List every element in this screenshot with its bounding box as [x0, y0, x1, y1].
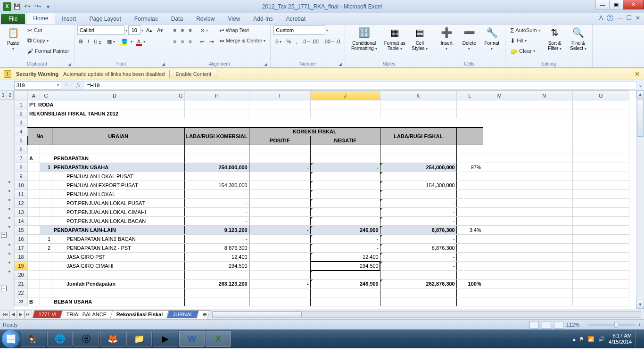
addins-tab[interactable]: Add-Ins — [247, 14, 279, 24]
zoom-slider[interactable] — [588, 324, 636, 326]
taskbar-app-1[interactable]: 🦅 — [21, 331, 46, 347]
home-tab[interactable]: Home — [26, 13, 55, 24]
delete-cells-button[interactable]: ➖Delete▾ — [459, 25, 479, 51]
align-center-icon[interactable]: ≡ — [179, 37, 186, 46]
taskbar-excel[interactable]: X — [206, 331, 231, 347]
font-name-dd-icon[interactable]: ▾ — [125, 28, 127, 33]
enter-formula-icon[interactable]: ✓ — [69, 82, 74, 88]
window-minimize-doc-icon[interactable]: — — [617, 15, 623, 21]
align-left-icon[interactable]: ≡ — [171, 37, 178, 46]
redo-icon[interactable]: ↷▾ — [33, 2, 42, 11]
sheet-nav[interactable]: ⏮◀▶⏭ — [0, 311, 34, 318]
zoom-in-icon[interactable]: + — [638, 322, 641, 328]
undo-icon[interactable]: ↶▾ — [23, 2, 32, 11]
outline-collapse-1[interactable]: − — [1, 232, 7, 238]
number-dialog-icon[interactable]: ◢ — [339, 62, 342, 66]
system-tray[interactable]: ▴ ⚑ 📶 🔊 8:17 AM4/15/2014 — [573, 331, 642, 347]
minimize-ribbon-icon[interactable]: ᐱ — [599, 15, 603, 21]
taskbar-chrome[interactable]: 🌐 — [47, 331, 73, 347]
font-size-input[interactable] — [128, 25, 140, 35]
enable-content-button[interactable]: Enable Content — [169, 70, 217, 78]
scroll-thumb[interactable] — [637, 99, 644, 137]
vertical-scrollbar[interactable]: ▲ ▼ — [636, 90, 644, 309]
start-button[interactable] — [2, 330, 20, 348]
number-format-select[interactable] — [273, 25, 325, 35]
clipboard-dialog-icon[interactable]: ◢ — [68, 62, 71, 66]
sheet-tab-4[interactable]: JURNAL — [166, 310, 199, 318]
align-right-icon[interactable]: ≡ — [187, 37, 193, 46]
clear-button[interactable]: 🧽Clear ▾ — [508, 46, 542, 56]
tray-flag-icon[interactable]: ⚑ — [579, 336, 584, 342]
new-sheet-tab[interactable]: ⊕ — [197, 310, 210, 319]
column-headers[interactable]: ACDG HIJ KLMNO — [15, 91, 629, 100]
font-size-dd-icon[interactable]: ▾ — [141, 28, 143, 33]
underline-button[interactable]: U ▾ — [92, 37, 103, 46]
format-cells-button[interactable]: 🔧Format▾ — [481, 25, 502, 51]
expand-formula-bar-icon[interactable]: ⌄ — [636, 82, 644, 88]
sort-filter-button[interactable]: ⇅Sort & Filter ▾ — [544, 25, 566, 51]
page-break-view-icon[interactable] — [554, 321, 563, 329]
fill-button[interactable]: ⬇Fill ▾ — [508, 36, 542, 45]
worksheet-grid[interactable]: ACDG HIJ KLMNO 1PT. RODA 2REKONSILIASI F… — [14, 90, 644, 309]
decrease-decimal-icon[interactable]: .00→.0 — [322, 37, 342, 46]
border-button[interactable]: ▦ ▾ — [105, 37, 117, 46]
orientation-icon[interactable]: ⤮ ▾ — [198, 25, 210, 35]
increase-decimal-icon[interactable]: .0→.00 — [300, 37, 320, 46]
tray-volume-icon[interactable]: 🔊 — [598, 336, 605, 342]
taskbar-explorer[interactable]: 📁 — [126, 331, 152, 347]
outline-bar[interactable]: 12 − − — [0, 90, 14, 309]
close-button[interactable]: ✕ — [623, 0, 644, 9]
outline-level-1[interactable]: 1 — [0, 90, 7, 99]
show-desktop-button[interactable] — [636, 331, 639, 347]
find-select-button[interactable]: 🔍Find & Select ▾ — [568, 25, 589, 51]
tray-show-hidden-icon[interactable]: ▴ — [573, 336, 576, 342]
alignment-dialog-icon[interactable]: ◢ — [264, 62, 267, 66]
autosum-button[interactable]: ΣAutoSum ▾ — [508, 25, 542, 35]
review-tab[interactable]: Review — [190, 14, 221, 24]
active-cell[interactable]: 234,500 — [310, 262, 380, 271]
restore-button[interactable]: ▣ — [609, 0, 623, 9]
acrobat-tab[interactable]: Acrobat — [280, 14, 312, 24]
taskbar-firefox[interactable]: 🦊 — [100, 331, 125, 347]
percent-format-icon[interactable]: % — [284, 37, 293, 46]
insert-cells-button[interactable]: ➕Insert▾ — [436, 25, 457, 51]
help-icon[interactable]: ? — [607, 15, 613, 21]
window-close-doc-icon[interactable]: ✕ — [636, 15, 640, 21]
sheet-tab-2[interactable]: TRIAL BALANCE — [60, 310, 113, 318]
cut-button[interactable]: ✂Cut — [25, 25, 71, 35]
merge-center-button[interactable]: ⇔Merge & Center ▾ — [217, 36, 268, 45]
tray-network-icon[interactable]: 📶 — [588, 336, 594, 342]
scroll-up-icon[interactable]: ▲ — [636, 90, 644, 99]
taskbar-word[interactable]: W — [179, 331, 205, 347]
wrap-text-button[interactable]: ↩Wrap Text — [217, 25, 268, 35]
outline-level-2[interactable]: 2 — [7, 90, 14, 99]
security-close-icon[interactable]: ✕ — [635, 70, 640, 78]
align-top-icon[interactable]: ≡ — [171, 25, 178, 35]
window-restore-doc-icon[interactable]: ❐ — [627, 15, 632, 21]
outline-collapse-2[interactable]: − — [1, 286, 7, 291]
italic-button[interactable]: I — [86, 37, 91, 46]
select-all-corner[interactable] — [15, 91, 28, 100]
scroll-down-icon[interactable]: ▼ — [636, 301, 644, 309]
sheet-tab-1[interactable]: 1771 VI — [33, 310, 63, 318]
copy-button[interactable]: ⧉Copy ▾ — [25, 36, 71, 45]
formulas-tab[interactable]: Formulas — [128, 14, 165, 24]
fill-color-button[interactable]: 🪣 ▾ — [119, 37, 134, 46]
align-middle-icon[interactable]: ≡ — [179, 25, 186, 35]
minimize-button[interactable]: — — [595, 0, 610, 9]
align-bottom-icon[interactable]: ≡ — [187, 25, 193, 35]
file-tab[interactable]: File — [1, 14, 25, 24]
formula-input[interactable] — [85, 81, 636, 90]
cancel-formula-icon[interactable]: ✕ — [64, 82, 68, 88]
insert-tab[interactable]: Insert — [55, 14, 83, 24]
sheet-tab-3[interactable]: Rekonsiliasi Fiskal — [110, 310, 169, 318]
view-tab[interactable]: View — [222, 14, 247, 24]
excel-icon[interactable]: X — [3, 2, 11, 11]
accounting-format-icon[interactable]: $ ▾ — [273, 37, 283, 46]
font-color-button[interactable]: A ▾ — [135, 37, 147, 46]
tray-clock[interactable]: 8:17 AM4/15/2014 — [609, 333, 632, 345]
format-painter-button[interactable]: 🖌Format Painter — [25, 46, 71, 56]
conditional-formatting-button[interactable]: 🔢Conditional Formatting ▾ — [348, 25, 380, 51]
decrease-indent-icon[interactable]: ⇤ — [198, 37, 206, 46]
decrease-font-icon[interactable]: A▾ — [155, 25, 165, 35]
